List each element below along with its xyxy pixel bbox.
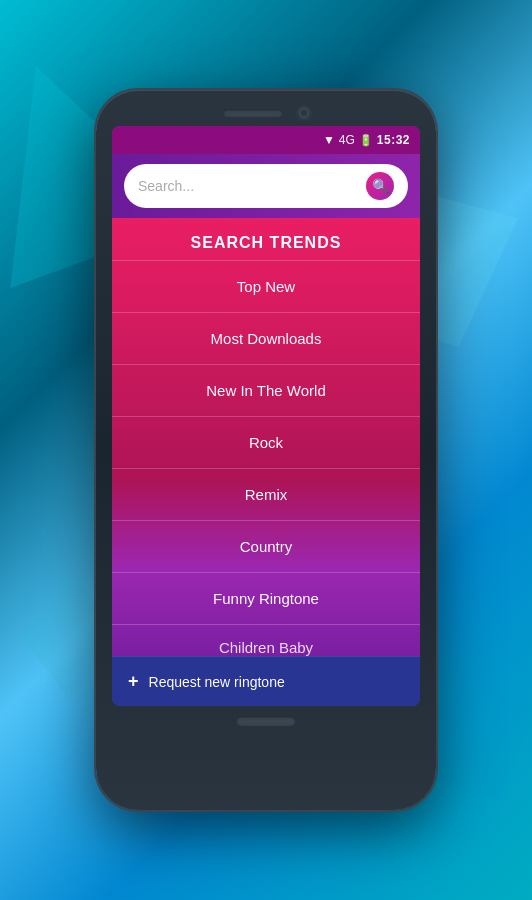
phone-shell: ▼ 4G 🔋 15:32 Search... 🔍 SEARCH TRENDS bbox=[96, 90, 436, 810]
menu-item-remix[interactable]: Remix bbox=[112, 468, 420, 520]
section-title: SEARCH TRENDS bbox=[112, 218, 420, 260]
status-bar: ▼ 4G 🔋 15:32 bbox=[112, 126, 420, 154]
menu-item-children-baby-partial[interactable]: Children Baby bbox=[112, 624, 420, 656]
phone-top-area bbox=[108, 108, 424, 126]
phone-container: ▼ 4G 🔋 15:32 Search... 🔍 SEARCH TRENDS bbox=[96, 90, 436, 810]
app-header: Search... 🔍 bbox=[112, 154, 420, 218]
search-placeholder[interactable]: Search... bbox=[138, 178, 358, 194]
menu-item-country[interactable]: Country bbox=[112, 520, 420, 572]
phone-camera bbox=[299, 108, 309, 118]
menu-item-rock[interactable]: Rock bbox=[112, 416, 420, 468]
network-label: 4G bbox=[339, 133, 355, 147]
search-icon: 🔍 bbox=[372, 178, 389, 194]
plus-icon: + bbox=[128, 671, 139, 692]
search-button[interactable]: 🔍 bbox=[366, 172, 394, 200]
phone-bottom-area bbox=[108, 706, 424, 726]
menu-item-funny-ringtone[interactable]: Funny Ringtone bbox=[112, 572, 420, 624]
wifi-icon: ▼ bbox=[323, 133, 335, 147]
status-icons: ▼ 4G 🔋 15:32 bbox=[323, 133, 410, 147]
menu-item-top-new[interactable]: Top New bbox=[112, 260, 420, 312]
search-bar[interactable]: Search... 🔍 bbox=[124, 164, 408, 208]
app-content: SEARCH TRENDS Top New Most Downloads New… bbox=[112, 218, 420, 656]
battery-icon: 🔋 bbox=[359, 134, 373, 147]
phone-home-button[interactable] bbox=[236, 716, 296, 726]
bottom-action-bar[interactable]: + Request new ringtone bbox=[112, 656, 420, 706]
request-ringtone-label: Request new ringtone bbox=[149, 674, 285, 690]
menu-item-new-in-world[interactable]: New In The World bbox=[112, 364, 420, 416]
phone-screen: ▼ 4G 🔋 15:32 Search... 🔍 SEARCH TRENDS bbox=[112, 126, 420, 706]
phone-speaker bbox=[223, 109, 283, 117]
menu-item-most-downloads[interactable]: Most Downloads bbox=[112, 312, 420, 364]
status-time: 15:32 bbox=[377, 133, 410, 147]
